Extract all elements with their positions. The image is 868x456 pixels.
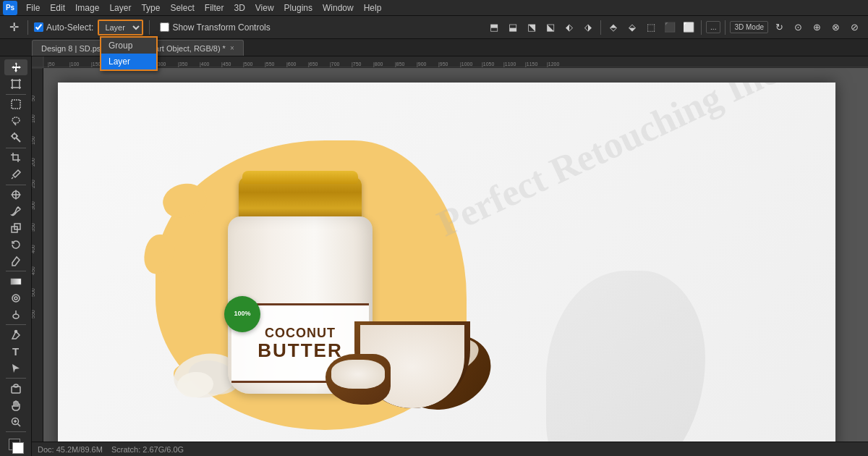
svg-text:|950: |950 [438, 62, 448, 67]
3d-slide-icon[interactable]: ⊗ [827, 20, 843, 35]
menu-type[interactable]: Type [137, 1, 164, 14]
tool-eraser[interactable] [4, 253, 27, 269]
svg-text:|500: |500 [243, 62, 253, 67]
transform-controls-checkbox[interactable] [160, 22, 169, 32]
3d-pan-icon[interactable]: ⊕ [809, 20, 825, 35]
align-top-icon[interactable]: ⬒ [486, 20, 502, 35]
menu-edit[interactable]: Edit [46, 1, 69, 14]
separator-5 [725, 20, 726, 35]
jar-lid-top [242, 171, 358, 184]
tool-lasso[interactable] [4, 113, 27, 129]
svg-text:|1050: |1050 [482, 62, 494, 67]
3d-orbit-icon[interactable]: ⊙ [790, 20, 806, 35]
tool-healing[interactable] [4, 187, 27, 203]
tool-move[interactable] [4, 59, 27, 75]
svg-text:|800: |800 [373, 62, 383, 67]
tool-artboard[interactable] [4, 76, 27, 92]
options-bar: ✛ Auto-Select: Group Layer Group Layer S… [0, 16, 868, 39]
auto-select-text: Auto-Select: [46, 22, 93, 33]
3d-scale-icon[interactable]: ⊘ [846, 20, 862, 35]
menu-view[interactable]: View [251, 1, 278, 14]
dist-top-icon[interactable]: ⬘ [605, 20, 621, 35]
svg-text:|1150: |1150 [525, 62, 537, 67]
svg-line-28 [17, 423, 20, 426]
watermark-text: Perfect Retouching Inc [430, 83, 783, 245]
svg-text:|700: |700 [330, 62, 340, 67]
menu-image[interactable]: Image [71, 1, 103, 14]
svg-text:|300: |300 [156, 62, 166, 67]
auto-select-dropdown-trigger[interactable]: Group Layer [98, 20, 143, 35]
svg-text:100: 100 [32, 114, 35, 123]
status-scratch: Scratch: 2.67G/6.0G [111, 445, 184, 454]
alignment-icons: ⬒ ⬓ ⬔ ⬕ ⬖ ⬗ ⬘ ⬙ ⬚ ⬛ ⬜ ... 3D Mode ↻ ⊙ ⊕ … [486, 20, 862, 35]
menu-layer[interactable]: Layer [105, 1, 135, 14]
svg-text:|100: |100 [69, 62, 80, 67]
jar-badge: 100% [224, 296, 260, 332]
transform-controls-label[interactable]: Show Transform Controls [160, 22, 270, 33]
auto-select-checkbox[interactable] [34, 22, 43, 32]
svg-text:|350: |350 [178, 62, 188, 67]
tool-separator-3 [6, 185, 26, 185]
separator-3 [600, 20, 601, 35]
menu-bar: Ps File Edit Image Layer Type Select Fil… [0, 0, 868, 16]
tool-type[interactable]: T [4, 344, 27, 360]
menu-filter[interactable]: Filter [200, 1, 229, 14]
svg-text:|750: |750 [352, 62, 362, 67]
menu-select[interactable]: Select [166, 1, 198, 14]
move-tool-icon[interactable]: ✛ [6, 20, 22, 35]
more-options-icon[interactable]: ... [706, 21, 720, 33]
menu-file[interactable]: File [22, 1, 44, 14]
dist-center-h-icon[interactable]: ⬙ [624, 20, 640, 35]
ps-logo[interactable]: Ps [3, 1, 17, 15]
auto-select-label[interactable]: Auto-Select: [34, 22, 93, 33]
svg-text:450: 450 [32, 266, 35, 275]
align-bottom-icon[interactable]: ⬔ [524, 20, 540, 35]
tool-eyedropper[interactable] [4, 166, 27, 182]
svg-rect-19 [11, 279, 21, 284]
align-vertical-center-icon[interactable]: ⬓ [505, 20, 521, 35]
tool-marquee[interactable] [4, 96, 27, 112]
main-layout: T [0, 56, 868, 456]
tool-gradient[interactable] [4, 274, 27, 290]
svg-text:500: 500 [32, 288, 35, 297]
svg-text:300: 300 [32, 201, 35, 210]
product-scene: Perfect Retouching Inc [58, 83, 835, 442]
menu-3d[interactable]: 3D [229, 1, 249, 14]
menu-plugins[interactable]: Plugins [280, 1, 317, 14]
tool-path-select[interactable] [4, 360, 27, 376]
svg-text:400: 400 [32, 245, 35, 253]
dist-center-v-icon[interactable]: ⬜ [681, 20, 697, 35]
tool-blur[interactable] [4, 290, 27, 306]
svg-line-12 [16, 138, 20, 142]
dist-bottom-icon[interactable]: ⬚ [643, 20, 659, 35]
ruler-left: 50 100 150 200 250 300 350 400 450 500 5… [32, 68, 43, 442]
status-bar: Doc: 45.2M/89.6M Scratch: 2.67G/6.0G [32, 442, 868, 456]
tool-crop[interactable] [4, 150, 27, 166]
doc-tab-close[interactable]: × [230, 44, 234, 52]
tool-clone[interactable] [4, 220, 27, 236]
tool-shape[interactable] [4, 381, 27, 397]
tool-separator-6 [6, 378, 26, 379]
tool-dodge[interactable] [4, 307, 27, 323]
align-left-icon[interactable]: ⬕ [542, 20, 558, 35]
tool-pen[interactable] [4, 327, 27, 343]
menu-help[interactable]: Help [359, 1, 386, 14]
tool-history[interactable] [4, 237, 27, 253]
tool-hand[interactable] [4, 397, 27, 413]
align-horizontal-center-icon[interactable]: ⬖ [561, 20, 577, 35]
dist-left-icon[interactable]: ⬛ [662, 20, 678, 35]
3d-mode-label[interactable]: 3D Mode [730, 21, 768, 33]
3d-rotate-icon[interactable]: ↻ [771, 20, 787, 35]
color-swatches[interactable] [6, 436, 26, 452]
dropdown-option-group[interactable]: Group [101, 38, 156, 54]
dropdown-option-layer[interactable]: Layer [101, 54, 156, 69]
align-right-icon[interactable]: ⬗ [580, 20, 596, 35]
tool-brush[interactable] [4, 203, 27, 219]
menu-window[interactable]: Window [318, 1, 358, 14]
tool-zoom[interactable] [4, 414, 27, 430]
svg-text:|900: |900 [417, 62, 427, 67]
svg-point-10 [12, 117, 20, 123]
tool-magic-wand[interactable] [4, 130, 27, 145]
tool-separator-2 [6, 148, 26, 148]
svg-text:50: 50 [32, 96, 35, 101]
